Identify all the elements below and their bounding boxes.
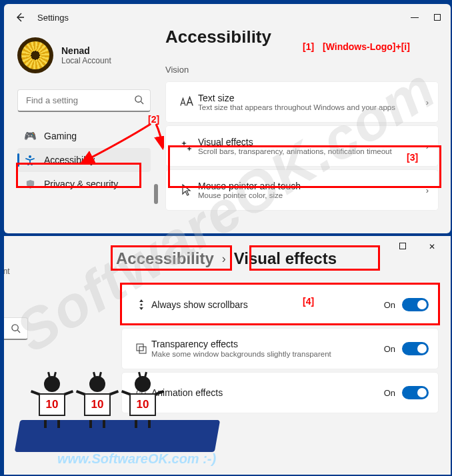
sidebar-fragment: unt [4,267,10,276]
toggle-value: On [384,300,395,310]
breadcrumb-parent[interactable]: Accessibility [116,249,214,268]
svg-point-1 [29,155,31,158]
main-content: Always show scrollbars On Transparency e… [121,284,439,416]
row-transparency-effects: Transparency effects Make some window ba… [121,328,439,369]
sparkle-icon [175,139,198,153]
toggle-transparency[interactable] [402,342,429,355]
sidebar-item-label: Accessibility [44,155,95,165]
toggle-animation[interactable] [402,386,429,399]
breadcrumb: Accessibility › Visual effects [116,249,337,268]
row-title: Always show scrollbars [151,299,384,310]
chevron-right-icon: › [426,97,429,107]
card-subtitle: Mouse pointer color, size [198,191,426,199]
scroll-icon [131,298,151,311]
breadcrumb-current: Visual effects [234,249,337,268]
maximize-button[interactable] [432,12,443,23]
chevron-right-icon: › [426,141,429,151]
toggle-value: On [384,388,395,398]
row-animation-effects: Animation effects On [121,372,439,413]
sidebar: Nenad Local Account 🎮 Gaming Accessibili… [4,31,159,233]
shield-icon [24,178,36,190]
search-icon [134,95,144,107]
transparency-icon [131,343,151,355]
svg-rect-4 [137,344,143,351]
accessibility-icon [24,154,36,166]
page-title: Accessibility [165,31,439,47]
search-input[interactable] [17,89,151,112]
row-always-show-scrollbars: Always show scrollbars On [121,284,439,325]
card-title: Text size [198,93,426,103]
card-subtitle: Text size that appears throughout Window… [198,103,426,111]
settings-window: Settings Nenad Local Account 🎮 [4,4,451,233]
svg-rect-5 [139,347,146,353]
animation-icon [131,387,151,399]
card-mouse-pointer[interactable]: Mouse pointer and touch Mouse pointer co… [165,169,439,211]
window-title: Settings [37,13,69,23]
row-subtitle: Make some window backgrounds slightly tr… [151,349,384,359]
toggle-scrollbars[interactable] [402,298,429,311]
close-button[interactable] [427,241,437,251]
sidebar-item-accessibility[interactable]: Accessibility [17,148,151,172]
svg-point-2 [12,325,18,331]
sidebar-item-gaming[interactable]: 🎮 Gaming [17,124,151,148]
profile-name: Nenad [61,45,111,56]
sidebar-item-label: Gaming [44,131,77,141]
back-button[interactable] [12,9,28,25]
search-input-fragment[interactable] [4,317,28,340]
card-subtitle: Scroll bars, transparency, animations, n… [198,147,426,155]
row-title: Transparency effects [151,339,384,349]
card-title: Mouse pointer and touch [198,181,426,191]
card-title: Visual effects [198,137,426,147]
gamepad-icon: 🎮 [24,130,36,142]
svg-point-0 [135,96,141,102]
chevron-right-icon: › [222,252,226,266]
section-label: Vision [165,65,439,75]
profile-block[interactable]: Nenad Local Account [17,37,151,73]
main-content: Accessibility Vision Text size Text size… [159,31,451,233]
card-text-size[interactable]: Text size Text size that appears through… [165,81,439,123]
scrollbar-thumb[interactable] [154,184,158,204]
visual-effects-window: unt Accessibility › Visual effects Alway… [4,236,451,475]
card-visual-effects[interactable]: Visual effects Scroll bars, transparency… [165,125,439,167]
text-size-icon [175,96,198,108]
avatar [17,37,53,73]
toggle-value: On [384,344,395,354]
row-title: Animation effects [151,387,384,398]
maximize-button[interactable] [397,241,408,251]
chevron-right-icon: › [426,185,429,195]
titlebar: Settings [4,4,451,31]
sidebar-item-privacy[interactable]: Privacy & security [17,172,151,196]
minimize-button[interactable] [368,241,379,251]
svg-point-3 [141,304,143,306]
minimize-button[interactable] [409,12,420,23]
sidebar-item-label: Privacy & security [44,179,118,189]
cursor-icon [175,183,198,197]
profile-subtitle: Local Account [61,56,111,65]
